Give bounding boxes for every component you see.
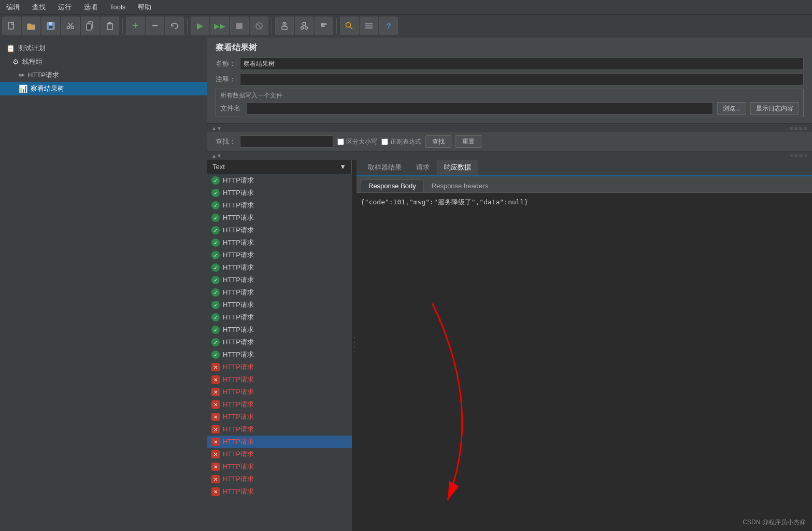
results-dropdown[interactable]: Text ▼	[207, 160, 352, 174]
reset-button[interactable]: 重置	[455, 135, 481, 148]
result-item-23[interactable]: ✕HTTP请求	[207, 460, 352, 473]
result-item-17[interactable]: ✕HTTP请求	[207, 386, 352, 398]
regex-checkbox[interactable]	[381, 138, 388, 145]
result-item-19[interactable]: ✕HTTP请求	[207, 411, 352, 423]
menu-tools[interactable]: Tools	[108, 2, 127, 12]
result-fail-icon-20: ✕	[211, 425, 220, 434]
undo-button[interactable]	[165, 17, 184, 35]
browse-button[interactable]: 浏览...	[717, 102, 746, 115]
result-ok-icon-14: ✓	[211, 351, 220, 359]
collapse-bar-1[interactable]: ▲▼ ≋≋≋≋	[207, 124, 812, 132]
result-item-13[interactable]: ✓HTTP请求	[207, 336, 352, 348]
result-fail-icon-15: ✕	[211, 363, 220, 371]
menu-help[interactable]: 帮助	[136, 2, 153, 13]
result-label-0: HTTP请求	[223, 176, 254, 185]
stop-button[interactable]	[230, 17, 249, 35]
cut-button[interactable]	[61, 17, 80, 35]
save-button[interactable]	[41, 17, 60, 35]
result-item-15[interactable]: ✕HTTP请求	[207, 361, 352, 373]
drag-handle-1: ≋≋≋≋	[789, 125, 808, 131]
result-label-10: HTTP请求	[223, 300, 254, 310]
help-button[interactable]: ?	[379, 17, 398, 35]
results-list-scroll[interactable]: ✓HTTP请求✓HTTP请求✓HTTP请求✓HTTP请求✓HTTP请求✓HTTP…	[207, 174, 352, 531]
result-item-21[interactable]: ✕HTTP请求	[207, 436, 352, 448]
new-button[interactable]	[2, 17, 21, 35]
sidebar-item-test-plan[interactable]: 📋 测试计划	[0, 41, 207, 55]
search-bar: 查找： 区分大小写 正则表达式 查找 重置	[207, 132, 812, 151]
tab-request[interactable]: 请求	[409, 160, 437, 175]
sidebar-item-http-request[interactable]: ✏ HTTP请求	[0, 68, 207, 82]
toolbar-separator-1	[122, 18, 123, 34]
result-item-5[interactable]: ✓HTTP请求	[207, 236, 352, 249]
add-button[interactable]: +	[126, 17, 145, 35]
run-all-button[interactable]: ▶▶	[210, 17, 229, 35]
result-item-9[interactable]: ✓HTTP请求	[207, 286, 352, 299]
result-item-22[interactable]: ✕HTTP请求	[207, 448, 352, 460]
result-item-1[interactable]: ✓HTTP请求	[207, 187, 352, 199]
menu-find[interactable]: 查找	[30, 2, 48, 13]
result-fail-icon-17: ✕	[211, 388, 220, 396]
result-item-4[interactable]: ✓HTTP请求	[207, 224, 352, 236]
result-item-16[interactable]: ✕HTTP请求	[207, 373, 352, 386]
result-label-19: HTTP请求	[223, 412, 254, 422]
svg-rect-9	[108, 22, 111, 24]
result-item-0[interactable]: ✓HTTP请求	[207, 174, 352, 187]
sidebar-item-thread-group[interactable]: ⚙ 线程组	[0, 55, 207, 68]
open-button[interactable]	[22, 17, 40, 35]
result-item-25[interactable]: ✕HTTP请求	[207, 485, 352, 498]
result-item-7[interactable]: ✓HTTP请求	[207, 261, 352, 274]
result-ok-icon-2: ✓	[211, 201, 220, 209]
result-item-18[interactable]: ✕HTTP请求	[207, 398, 352, 411]
svg-rect-7	[87, 24, 91, 30]
tab-response-headers[interactable]: Response headers	[424, 179, 496, 192]
menu-edit[interactable]: 编辑	[4, 2, 22, 13]
regex-checkbox-label[interactable]: 正则表达式	[381, 137, 421, 146]
file-input[interactable]	[247, 102, 713, 115]
svg-line-22	[350, 26, 353, 29]
result-item-10[interactable]: ✓HTTP请求	[207, 299, 352, 311]
stop-all-button[interactable]	[250, 17, 268, 35]
result-item-3[interactable]: ✓HTTP请求	[207, 212, 352, 224]
annotation-arrow	[357, 193, 812, 531]
result-label-14: HTTP请求	[223, 350, 254, 359]
result-label-15: HTTP请求	[223, 362, 254, 372]
remove-button[interactable]: −	[146, 17, 164, 35]
tab-response-body[interactable]: Response Body	[361, 179, 424, 192]
result-item-20[interactable]: ✕HTTP请求	[207, 423, 352, 436]
log-button[interactable]: 显示日志内容	[750, 102, 799, 115]
tools2-button[interactable]	[295, 17, 314, 35]
result-item-11[interactable]: ✓HTTP请求	[207, 311, 352, 324]
result-item-12[interactable]: ✓HTTP请求	[207, 324, 352, 336]
case-checkbox-label[interactable]: 区分大小写	[337, 137, 377, 146]
menu-button[interactable]	[360, 17, 378, 35]
result-item-8[interactable]: ✓HTTP请求	[207, 274, 352, 286]
result-label-21: HTTP请求	[223, 437, 254, 446]
paste-button[interactable]	[101, 17, 119, 35]
tools1-button[interactable]	[275, 17, 294, 35]
result-item-2[interactable]: ✓HTTP请求	[207, 199, 352, 212]
menu-run[interactable]: 运行	[56, 2, 74, 13]
result-fail-icon-25: ✕	[211, 487, 220, 496]
tab-sampler-result[interactable]: 取样器结果	[361, 160, 409, 175]
case-checkbox[interactable]	[337, 138, 344, 145]
sidebar-item-result-tree[interactable]: 📊 察看结果树	[0, 82, 207, 95]
collapse-bar-2[interactable]: ▲▼ ≋≋≋≋	[207, 151, 812, 160]
tools3-button[interactable]	[315, 17, 333, 35]
detail-tabs-row: 取样器结果 请求 响应数据	[357, 160, 812, 176]
search-button[interactable]: 查找	[425, 135, 451, 148]
search-input[interactable]	[240, 135, 333, 148]
tab-response-data[interactable]: 响应数据	[437, 160, 478, 176]
result-item-6[interactable]: ✓HTTP请求	[207, 249, 352, 261]
result-item-14[interactable]: ✓HTTP请求	[207, 348, 352, 361]
search-label: 查找：	[216, 137, 236, 146]
drag-divider[interactable]: • • • •	[352, 160, 357, 531]
run-button[interactable]: ▶	[191, 17, 209, 35]
copy-button[interactable]	[81, 17, 99, 35]
result-label-2: HTTP请求	[223, 201, 254, 210]
find-button[interactable]	[340, 17, 359, 35]
comment-input[interactable]	[240, 73, 804, 86]
result-item-24[interactable]: ✕HTTP请求	[207, 473, 352, 485]
name-input[interactable]	[240, 58, 804, 70]
menu-options[interactable]: 选项	[82, 2, 99, 13]
result-label-12: HTTP请求	[223, 325, 254, 334]
